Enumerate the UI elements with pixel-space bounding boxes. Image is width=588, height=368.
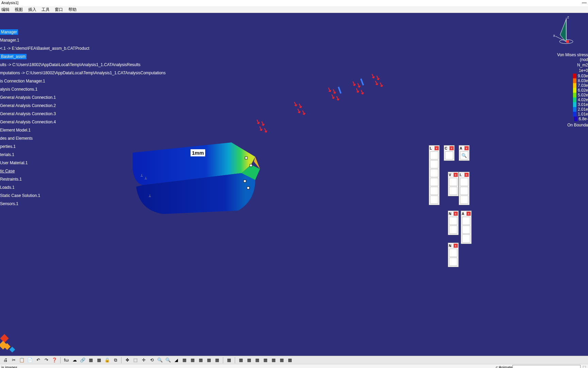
tree-item[interactable]: General Analysis Connection.3	[0, 110, 166, 118]
tool-palette[interactable]: Cx▦	[444, 145, 455, 161]
toolbar-button[interactable]: 🔒	[104, 357, 111, 364]
tool-button[interactable]: ▦	[445, 151, 453, 159]
tool-button[interactable]: ≋	[430, 160, 438, 168]
tree-item[interactable]: Manager	[0, 28, 166, 36]
tool-button[interactable]: ▷	[449, 226, 457, 234]
tree-item[interactable]: Manager.1	[0, 36, 166, 44]
toolbar-button[interactable]: ✛	[140, 357, 147, 364]
menu-help[interactable]: 帮助	[68, 7, 77, 12]
toolbar-button[interactable]: ▦	[246, 357, 252, 364]
close-icon[interactable]: x	[467, 212, 471, 216]
tree-item[interactable]: General Analysis Connection.4	[0, 118, 166, 126]
tree-item[interactable]: is Connection Manager.1	[0, 77, 166, 85]
tree-item[interactable]: <.1 -> E:\demo\FEA\Basket_assm_b.CATProd…	[0, 44, 166, 52]
toolbar-button[interactable]: 🖨	[2, 357, 9, 364]
toolbar-button[interactable]: ▦	[197, 357, 204, 364]
close-icon[interactable]: x	[450, 146, 454, 150]
tool-button[interactable]: ◳	[430, 196, 438, 204]
tool-button[interactable]: ↔	[449, 217, 457, 225]
palette-title: A	[462, 212, 464, 216]
toolbar-button[interactable]: ▦	[214, 357, 220, 364]
toolbar-button[interactable]: 🔍	[157, 357, 163, 364]
toolbar-button[interactable]: ▦	[96, 357, 102, 364]
toolbar-button[interactable]: ✂	[10, 357, 17, 364]
tool-palette[interactable]: Vx⬣◢	[448, 172, 459, 196]
toolbar-button[interactable]: fω	[63, 357, 70, 364]
tool-button[interactable]: ⬣	[449, 178, 457, 186]
svg-text:⊥: ⊥	[148, 194, 151, 198]
tool-button[interactable]: ▱	[462, 226, 470, 234]
toolbar-button[interactable]: ▦	[189, 357, 196, 364]
tool-button[interactable]: ▦	[430, 187, 438, 195]
toolbar-button[interactable]: ▦	[254, 357, 261, 364]
tree-item[interactable]: General Analysis Connection.1	[0, 93, 166, 102]
toolbar-button[interactable]: 📄	[27, 357, 33, 364]
toolbar-button[interactable]: ◢	[173, 357, 180, 364]
close-icon[interactable]: x	[435, 146, 439, 150]
tool-palette[interactable]: Nx↔▷	[448, 211, 459, 235]
toolbar-button[interactable]: ❓	[51, 357, 58, 364]
close-icon[interactable]: x	[454, 244, 458, 248]
toolbar-button[interactable]: 🔍	[165, 357, 172, 364]
toolbar-button[interactable]: ▦	[181, 357, 188, 364]
toolbar-button[interactable]: ☁	[71, 357, 78, 364]
load-arrow-icon: ↘↘	[373, 78, 385, 89]
menu-tools[interactable]: 工具	[42, 7, 50, 12]
tool-button[interactable]: ◐	[430, 169, 438, 177]
toolbar-button[interactable]: ▦	[270, 357, 277, 364]
legend-row: 9.03e	[549, 74, 588, 78]
tool-palette[interactable]: Nx▭▦	[448, 243, 459, 267]
tool-button[interactable]: ▤	[430, 178, 438, 186]
toolbar-button[interactable]: ▦	[238, 357, 244, 364]
tool-button[interactable]: ▱	[460, 196, 468, 204]
tool-palette[interactable]: I.x◈◉▱	[459, 172, 470, 205]
toolbar-button[interactable]: ▦	[226, 357, 232, 364]
tree-item[interactable]: General Analysis Connection.2	[0, 102, 166, 110]
fea-model[interactable]: ⊥ ⊥ ⊥	[126, 132, 262, 217]
tree-item[interactable]: mputations -> C:\Users\18002\AppData\Loc…	[0, 69, 166, 77]
close-icon[interactable]: x	[454, 173, 458, 177]
tool-button[interactable]: ◢	[449, 187, 457, 195]
tool-button[interactable]: ▦	[449, 258, 457, 266]
legend-row: 1.01e	[549, 112, 588, 117]
load-arrow-icon: ↘↘	[295, 106, 307, 117]
tool-button[interactable]: ◎	[430, 151, 438, 159]
minimize-icon[interactable]: —	[582, 0, 587, 5]
toolbar-button[interactable]: ▦	[206, 357, 212, 364]
command-input[interactable]	[512, 365, 581, 368]
toolbar-button[interactable]: ▦	[287, 357, 293, 364]
tree-item[interactable]: ults -> C:\Users\18002\AppData\Local\Tem…	[0, 61, 166, 69]
toolbar-button[interactable]: ⬚	[132, 357, 139, 364]
toolbar-button[interactable]: ▦	[278, 357, 285, 364]
tree-item[interactable]: Basket_assm	[0, 52, 166, 61]
toolbar-button[interactable]: ↶	[35, 357, 42, 364]
toolbar-button[interactable]: 📋	[18, 357, 25, 364]
menu-view[interactable]: 视图	[15, 7, 23, 12]
tool-button[interactable]: ▣	[462, 217, 470, 225]
toolbar-button[interactable]: ✥	[124, 357, 131, 364]
menu-edit[interactable]: 编辑	[1, 7, 10, 12]
compass-widget[interactable]: z x	[553, 15, 580, 46]
tool-button[interactable]: ▭	[449, 249, 457, 257]
close-icon[interactable]: x	[454, 212, 458, 216]
toolbar-button[interactable]: ↷	[43, 357, 50, 364]
tool-button[interactable]: ◫	[462, 234, 470, 243]
menu-insert[interactable]: 插入	[28, 7, 36, 12]
close-icon[interactable]: x	[464, 146, 469, 150]
legend-row: 4.02e	[549, 97, 588, 102]
tool-button[interactable]: ◈	[460, 178, 468, 186]
tool-palette[interactable]: Lx◎≋◐▤▦◳	[429, 145, 440, 205]
viewport[interactable]: ManagerManager.1<.1 -> E:\demo\FEA\Baske…	[0, 13, 588, 356]
tool-palette[interactable]: Ax🔍	[459, 145, 470, 161]
tool-button[interactable]: ◉	[460, 187, 468, 195]
tool-button[interactable]: 🔍	[460, 151, 468, 159]
toolbar-button[interactable]: ▦	[87, 357, 94, 364]
toolbar-button[interactable]: ▦	[262, 357, 269, 364]
tree-item[interactable]: alysis Connections.1	[0, 85, 166, 93]
toolbar-button[interactable]: ⟲	[148, 357, 155, 364]
toolbar-button[interactable]: ⧉	[112, 357, 119, 364]
toolbar-button[interactable]: 🔗	[79, 357, 86, 364]
menu-window[interactable]: 窗口	[55, 7, 63, 12]
tool-palette[interactable]: Ax▣▱◫	[461, 211, 472, 244]
close-icon[interactable]: x	[464, 173, 469, 177]
